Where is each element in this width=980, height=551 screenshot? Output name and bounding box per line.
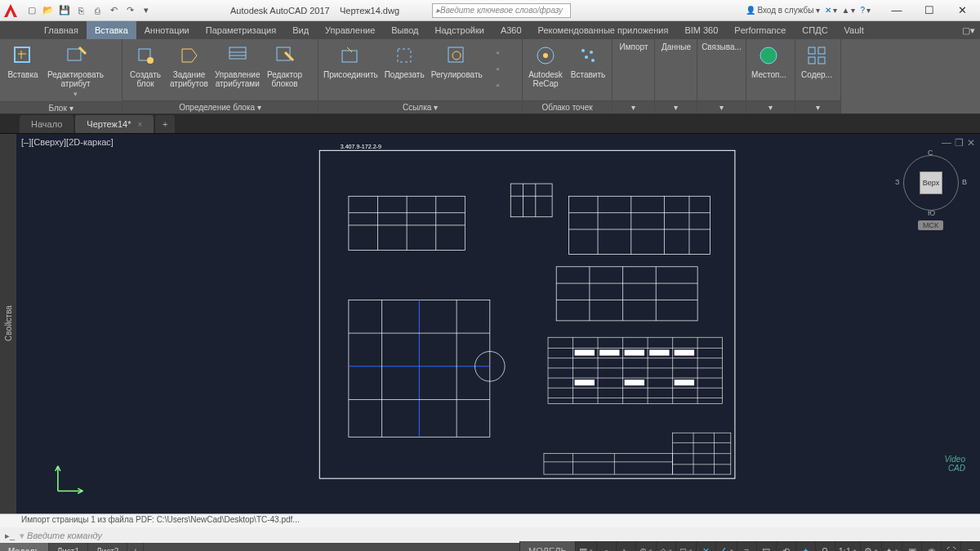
- minimize-button[interactable]: —: [880, 0, 913, 21]
- panel-drop-content[interactable]: ▾: [795, 100, 840, 113]
- panel-drop-import[interactable]: ▾: [612, 100, 654, 113]
- status-lineweight-icon[interactable]: ≡: [737, 541, 756, 551]
- close-tab-icon[interactable]: ×: [137, 120, 142, 129]
- viewcube-wcs[interactable]: МСК: [918, 220, 943, 230]
- tab-a360[interactable]: A360: [492, 21, 530, 39]
- attach-button[interactable]: Присоединить: [323, 42, 378, 79]
- tab-performance[interactable]: Performance: [726, 21, 794, 39]
- ref-small-1[interactable]: ▫: [489, 46, 507, 59]
- status-snap-icon[interactable]: ▫: [596, 541, 616, 551]
- tab-insert[interactable]: Вставка: [87, 21, 136, 39]
- status-grid-icon[interactable]: ▦▾: [575, 541, 596, 551]
- create-block-button[interactable]: Создать блок: [127, 42, 163, 88]
- panel-drop-link[interactable]: ▾: [697, 100, 746, 113]
- panel-title-ref[interactable]: Ссылка ▾: [318, 100, 522, 113]
- drawing-canvas[interactable]: [–][Сверху][2D-каркас] — ❐ ✕ 3.407.9-172…: [16, 134, 980, 513]
- tab-manage[interactable]: Управление: [317, 21, 383, 39]
- maximize-button[interactable]: ☐: [913, 0, 946, 21]
- status-ortho-icon[interactable]: ⊾: [616, 541, 635, 551]
- tab-vault[interactable]: Vault: [836, 21, 872, 39]
- status-customize-icon[interactable]: ≡: [960, 541, 980, 551]
- viewcube[interactable]: Верх С Ю В З МСК: [898, 150, 964, 216]
- link-button[interactable]: Связыва...: [702, 42, 741, 51]
- status-cycling-icon[interactable]: ⟲: [776, 541, 795, 551]
- viewport-label[interactable]: [–][Сверху][2D-каркас]: [21, 137, 114, 147]
- tab-spds[interactable]: СПДС: [794, 21, 835, 39]
- adjust-button[interactable]: Регулировать: [431, 42, 483, 79]
- panel-drop-loc[interactable]: ▾: [746, 100, 795, 113]
- insert-pc-button[interactable]: Вставить: [570, 42, 606, 79]
- viewcube-north[interactable]: С: [928, 149, 933, 157]
- tab-featured[interactable]: Рекомендованные приложения: [530, 21, 677, 39]
- block-editor-button[interactable]: Редактор блоков: [267, 42, 303, 88]
- vp-minimize-icon[interactable]: —: [942, 137, 951, 149]
- open-icon[interactable]: 📂: [41, 3, 56, 18]
- layout-tab-sheet1[interactable]: Лист1: [49, 543, 88, 551]
- status-transparency-icon[interactable]: ▤: [756, 541, 776, 551]
- plot-icon[interactable]: ⎙: [90, 3, 105, 18]
- insert-block-button[interactable]: Вставка: [5, 42, 41, 79]
- close-button[interactable]: ✕: [946, 0, 978, 21]
- properties-palette-tab[interactable]: Свойства: [0, 134, 16, 513]
- saveas-icon[interactable]: ⎘: [74, 3, 88, 18]
- tab-main[interactable]: Главная: [36, 21, 87, 39]
- status-scale-button[interactable]: 1:1▾: [835, 541, 860, 551]
- status-workspace-icon[interactable]: ✦▾: [881, 541, 902, 551]
- data-button[interactable]: Данные: [660, 42, 693, 51]
- exchange-icon[interactable]: ✕: [825, 6, 831, 15]
- redo-icon[interactable]: ↷: [122, 3, 137, 18]
- panel-drop-data[interactable]: ▾: [655, 100, 697, 113]
- panel-title-block[interactable]: Блок ▾: [0, 101, 122, 113]
- tab-view[interactable]: Вид: [284, 21, 317, 39]
- ribbon-overflow-icon[interactable]: ▢▾: [957, 21, 980, 39]
- tab-bim360[interactable]: BIM 360: [676, 21, 726, 39]
- tab-output[interactable]: Вывод: [383, 21, 426, 39]
- manage-attributes-button[interactable]: Управление атрибутами: [215, 42, 261, 88]
- define-attributes-button[interactable]: Задание атрибутов: [170, 42, 208, 88]
- status-hardware-icon[interactable]: ◉: [921, 541, 941, 551]
- clip-button[interactable]: Подрезать: [385, 42, 425, 79]
- login-button[interactable]: 👤 Вход в службы▾: [746, 6, 819, 15]
- status-cleanscreen-icon[interactable]: ⛶: [941, 541, 960, 551]
- ref-small-3[interactable]: ▫: [489, 78, 507, 91]
- undo-icon[interactable]: ↶: [106, 3, 121, 18]
- status-annomonitor-icon[interactable]: ✦: [795, 541, 815, 551]
- status-model-button[interactable]: МОДЕЛЬ: [519, 541, 575, 551]
- vp-restore-icon[interactable]: ❐: [955, 137, 964, 149]
- status-quickprops-icon[interactable]: ▣: [902, 541, 921, 551]
- layout-tab-sheet2[interactable]: Лист2: [88, 543, 127, 551]
- viewcube-top-face[interactable]: Верх: [920, 171, 942, 194]
- tab-annotate[interactable]: Аннотации: [136, 21, 198, 39]
- status-polar-icon[interactable]: ⊕▾: [635, 541, 656, 551]
- edit-attribute-button[interactable]: Редактировать атрибут▾: [47, 42, 104, 98]
- tab-addins[interactable]: Надстройки: [427, 21, 492, 39]
- import-button[interactable]: Импорт: [617, 42, 650, 51]
- qat-more-icon[interactable]: ▾: [139, 3, 154, 18]
- status-otrack-icon[interactable]: ∠▾: [715, 541, 737, 551]
- layout-tab-model[interactable]: Модель: [0, 543, 49, 551]
- viewcube-west[interactable]: З: [895, 178, 899, 186]
- help-search-input[interactable]: ▸ Введите ключевое слово/фразу: [432, 3, 571, 18]
- command-input[interactable]: Введите команду: [27, 531, 980, 540]
- panel-title-blockdef[interactable]: Определение блока ▾: [122, 100, 318, 113]
- status-isoplane-icon[interactable]: ◇▾: [656, 541, 675, 551]
- viewcube-south[interactable]: Ю: [928, 209, 935, 217]
- new-tab-button[interactable]: +: [155, 115, 175, 133]
- new-icon[interactable]: ▢: [24, 3, 39, 18]
- file-tab-start[interactable]: Начало: [20, 115, 74, 133]
- status-osnap-icon[interactable]: ◻▾: [675, 541, 696, 551]
- location-button[interactable]: Местоп...: [751, 42, 786, 79]
- tab-parametric[interactable]: Параметризация: [198, 21, 284, 39]
- layout-add-button[interactable]: +: [127, 543, 144, 551]
- a360-icon[interactable]: ▲: [842, 6, 850, 15]
- viewcube-east[interactable]: В: [962, 178, 967, 186]
- recap-button[interactable]: Autodesk ReCap: [528, 42, 564, 88]
- vp-close-icon[interactable]: ✕: [967, 137, 975, 149]
- status-3dosnap-icon[interactable]: ✕: [696, 541, 715, 551]
- file-tab-drawing[interactable]: Чертеж14*×: [75, 115, 154, 133]
- ref-small-2[interactable]: ▫: [489, 62, 507, 75]
- status-annoscale-icon[interactable]: ⚲: [815, 541, 835, 551]
- help-icon[interactable]: ?: [860, 6, 865, 15]
- command-prompt-icon[interactable]: ▸_: [0, 531, 20, 541]
- app-logo[interactable]: [0, 0, 21, 21]
